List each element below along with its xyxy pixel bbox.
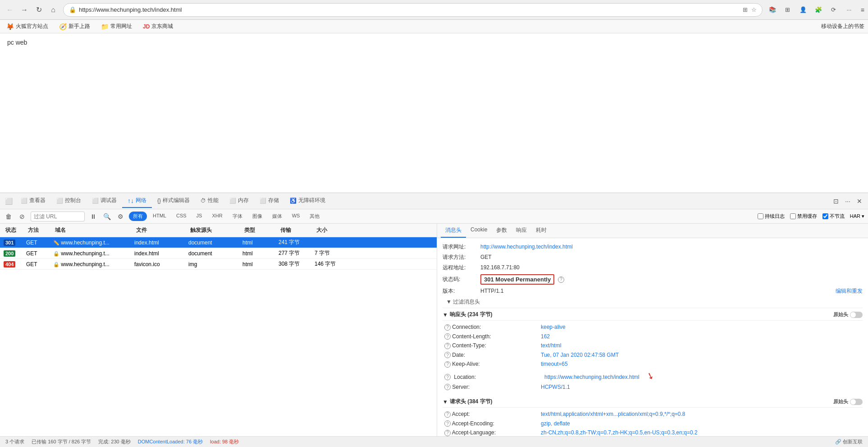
persist-log-checkbox[interactable] [758,213,763,219]
collapse-icon[interactable]: ▼ [443,399,448,405]
filter-fonts[interactable]: 字体 [228,212,247,221]
header-help-icon[interactable]: ? [444,374,451,380]
firefox-icon: 🦊 [6,23,14,30]
col-method: 方法 [26,226,53,235]
persist-log-checkbox-label[interactable]: 持续日志 [758,213,785,220]
no-throttle-checkbox[interactable] [822,213,828,219]
raw-toggle-switch[interactable] [850,312,863,318]
table-row[interactable]: 200 GET 🔒 www.hechunping.t... index.html… [0,248,437,259]
transfer-cell: 241 字节 [279,239,315,246]
header-value: keep-alive [541,324,566,330]
network-toolbar: 🗑 ⊘ ⏸ 🔍 ⚙ 所有 HTML CSS JS XHR 字体 图像 媒体 WS… [0,209,868,224]
browser-actions: 📚 ⊞ 👤 🧩 ⟳ ··· [766,4,855,16]
har-button[interactable]: HAR ▾ [850,213,864,219]
filter-media[interactable]: 媒体 [268,212,286,221]
response-headers-list: ? Connection: keep-alive ? Content-Lengt… [443,323,863,392]
header-help-icon[interactable]: ? [444,361,451,368]
new-road-icon: 🧭 [59,23,67,30]
bookmark-common-url[interactable]: 📁 常用网址 [98,22,135,31]
window-menu-button[interactable]: ≡ [861,6,864,14]
detail-tab-headers[interactable]: 消息头 [441,224,466,238]
filter-message-bar: ▼ 过滤消息头 [443,296,863,308]
detail-panel: 消息头 Cookie 参数 响应 耗时 请求网址: http://www.hec… [437,224,868,436]
devtools-undock-button[interactable]: ⊡ [831,196,841,206]
table-row[interactable]: 404 GET 🔒 www.hechunping.t... favicon.ic… [0,259,437,270]
detail-tab-params[interactable]: 参数 [492,224,512,238]
search-button[interactable]: 🔍 [102,212,112,221]
request-headers-raw-toggle: 原始头 [833,398,863,405]
version-label: 版本: [443,287,479,295]
col-size: 大小 [315,226,351,235]
filter-css[interactable]: CSS [172,212,191,221]
tab-storage[interactable]: ⬜ 存储 [254,194,284,208]
tab-style-editor[interactable]: {} 样式编辑器 [152,194,195,208]
tab-memory[interactable]: ⬜ 内存 [224,194,254,208]
devtools-overflow-button[interactable]: ··· [843,196,853,206]
filter-images[interactable]: 图像 [248,212,266,221]
back-button[interactable]: ← [4,4,16,16]
collapse-icon[interactable]: ▼ [443,312,448,318]
profile-button[interactable]: 👤 [797,4,809,16]
bookmark-new-road[interactable]: 🧭 新手上路 [56,22,93,31]
no-throttle-checkbox-label[interactable]: 不节流 [822,213,845,220]
new-tab-button[interactable]: ⊞ [781,4,794,16]
file-cell: favicon.ico [134,261,188,267]
status-code-row: 状态码: 301 Moved Permanently ? [443,273,863,286]
bookmark-jd[interactable]: JD 京东商城 [140,22,176,31]
status-help-icon[interactable]: ? [558,276,564,283]
header-help-icon[interactable]: ? [444,411,451,418]
extensions-button[interactable]: 🧩 [812,4,825,16]
devtools-tabs: ⬜ ⬜ 查看器 ⬜ 控制台 ⬜ 调试器 ↑↓ 网络 {} 样式编辑器 [4,194,331,208]
clear-network-button[interactable]: 🗑 [4,212,14,221]
reader-mode-icon[interactable]: ⊞ [743,6,748,13]
bookmark-firefox-official[interactable]: 🦊 火狐官方站点 [4,22,51,31]
table-row[interactable]: 301 GET ✏️ www.hechunping.t... index.htm… [0,237,437,248]
overflow-menu-button[interactable]: ··· [843,4,855,16]
disable-cache-checkbox[interactable] [790,213,796,219]
header-date: ? Date: Tue, 07 Jan 2020 02:47:58 GMT [443,350,863,360]
filter-all[interactable]: 所有 [129,212,147,221]
detail-tab-cookies[interactable]: Cookie [466,224,492,238]
filter-html[interactable]: HTML [149,212,170,221]
filter-url-input[interactable] [31,212,85,221]
filter-other[interactable]: 其他 [306,212,324,221]
header-help-icon[interactable]: ? [444,343,451,349]
refresh-button[interactable]: ↻ [32,4,45,16]
devtools-inspect-button[interactable]: ⬜ [4,196,14,206]
bookmark-common-label: 常用网址 [110,23,132,30]
filter-js[interactable]: JS [192,212,206,221]
tab-network[interactable]: ↑↓ 网络 [122,194,152,208]
home-button[interactable]: ⌂ [47,4,59,16]
devtools-close-button[interactable]: ✕ [854,196,864,206]
tab-performance[interactable]: ⏱ 性能 [195,194,224,208]
forward-button[interactable]: → [18,4,31,16]
header-help-icon[interactable]: ? [444,324,451,331]
bookmark-star-icon[interactable]: ☆ [751,6,757,13]
header-help-icon[interactable]: ? [444,430,451,436]
disable-cache-checkbox-label[interactable]: 禁用缓存 [790,213,817,220]
detail-tab-response[interactable]: 响应 [512,224,531,238]
filter-xhr[interactable]: XHR [208,212,226,221]
url-bar[interactable]: 🔒 https://www.hechunping.tech/index.html… [63,3,763,17]
pause-recording-button[interactable]: ⏸ [88,212,98,221]
raw-toggle-switch[interactable] [850,399,863,405]
disable-cache-label: 禁用缓存 [797,213,817,220]
header-name: Accept: [451,411,541,417]
header-help-icon[interactable]: ? [444,352,451,358]
tab-console[interactable]: ⬜ 控制台 [51,194,87,208]
header-help-icon[interactable]: ? [444,384,451,390]
filter-ws[interactable]: WS [288,212,304,221]
tab-accessibility[interactable]: ♿ 无障碍环境 [284,194,331,208]
tab-debugger[interactable]: ⬜ 调试器 [87,194,122,208]
sync-button[interactable]: ⟳ [827,4,840,16]
settings-button[interactable]: ⚙ [115,212,125,221]
library-button[interactable]: 📚 [766,4,779,16]
status-bar-right: 🔗 创新互联 [835,438,863,445]
edit-resend-button[interactable]: 编辑和重发 [836,287,863,295]
mobile-bookmarks[interactable]: 移动设备上的书签 [821,23,864,30]
header-help-icon[interactable]: ? [444,333,451,340]
tab-inspector[interactable]: ⬜ 查看器 [15,194,51,208]
detail-tab-timing[interactable]: 耗时 [531,224,551,238]
filter-network-button[interactable]: ⊘ [17,212,27,221]
header-help-icon[interactable]: ? [444,420,451,427]
